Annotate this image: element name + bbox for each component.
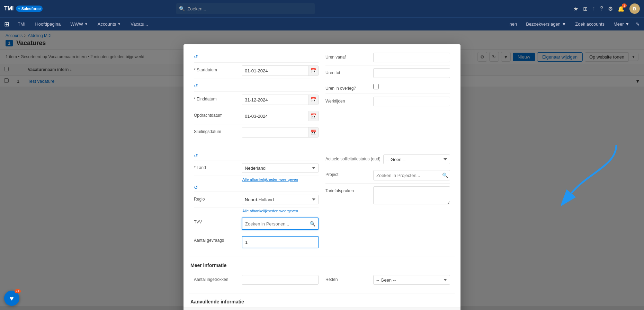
startdatum-input[interactable] (242, 66, 308, 76)
reden-control: -- Geen -- (373, 275, 450, 285)
sluitingsdatum-label: Sluitingsdatum (194, 127, 239, 134)
form-row-werktijden: Werktijden (325, 94, 450, 109)
undo-regio-icon[interactable]: ↺ (194, 185, 199, 190)
grid-icon[interactable]: ⊞ (583, 6, 588, 12)
sub-nav-vacatures[interactable]: Vacatu... (126, 19, 152, 29)
undo-startdatum-icon[interactable]: ↺ (194, 54, 199, 60)
tariefafspraken-label: Tariefafspraken (325, 186, 370, 193)
help-icon[interactable]: ? (600, 6, 603, 12)
opdrachtdatum-input-wrap[interactable]: 📅 (242, 111, 319, 121)
app-logo: TMI ♥ Salesforce (4, 6, 46, 12)
sub-nav-accounts[interactable]: Accounts ▼ (93, 19, 125, 29)
meer-left-col: Aantal ingetrokken (190, 272, 322, 287)
einddatum-cal-icon[interactable]: 📅 (308, 95, 318, 105)
notification-icon[interactable]: 🔔 1 (618, 6, 625, 12)
startdatum-cal-icon[interactable]: 📅 (308, 66, 318, 76)
tariefafspraken-textarea[interactable] (373, 186, 450, 204)
form-row-aantal: Aantal gevraagd (194, 233, 319, 251)
undo-einddatum-icon[interactable]: ↺ (194, 83, 199, 89)
form-row-uren-vanaf: Uren vanaf (325, 50, 450, 65)
sub-nav-tmi[interactable]: TMI (14, 19, 29, 29)
meer-informatie-title: Meer informatie (190, 263, 454, 268)
land-label: * Land (194, 163, 239, 170)
werktijden-label: Werktijden (325, 97, 370, 104)
undo-land-icon[interactable]: ↺ (194, 153, 199, 159)
search-input[interactable] (176, 3, 315, 14)
form-row-regio: Regio Noord-Holland Zuid-Holland Utrecht (194, 192, 319, 207)
form-row-startdatum: * Startdatum 📅 (194, 63, 319, 79)
sub-nav-www[interactable]: WWW ▼ (66, 19, 92, 29)
project-search-btn[interactable]: 🔍 (440, 170, 450, 180)
form-row-project: Project 🔍 (325, 167, 450, 184)
page-content: Accounts > Afdeling MDL 1 Vacatures 1 it… (0, 30, 644, 310)
project-search-wrap[interactable]: 🔍 (373, 170, 450, 180)
avatar[interactable]: B (629, 3, 640, 14)
row-undo-einddatum: ↺ (194, 79, 319, 92)
sub-nav-zoekaccounts[interactable]: Zoek accounts (572, 20, 607, 28)
opdrachtdatum-label: Opdrachtdatum (194, 111, 239, 118)
land-select[interactable]: Nederland België Duitsland (242, 163, 319, 173)
help-button[interactable]: ♥ 42 (4, 291, 19, 306)
favorites-icon[interactable]: ★ (573, 6, 578, 12)
uren-tot-input[interactable] (373, 68, 450, 78)
tvv-label: TVV (194, 218, 239, 224)
sub-nav-home[interactable]: Hoofdpagina (31, 19, 65, 29)
dates-section: ↺ * Startdatum 📅 (184, 44, 460, 146)
sluitingsdatum-input-wrap[interactable]: 📅 (242, 127, 319, 138)
sluitingsdatum-cal-icon[interactable]: 📅 (308, 127, 318, 137)
actuele-control: -- Geen -- (383, 154, 450, 164)
sub-nav-bezoekverslagen[interactable]: Bezoekverslagen ▼ (523, 20, 569, 28)
sluitingsdatum-input[interactable] (242, 127, 308, 137)
help-icon: ♥ (10, 294, 14, 302)
aantal-input-wrap[interactable] (242, 236, 319, 248)
werktijden-control (373, 97, 450, 106)
location-form-grid: ↺ * Land Nederland België Duitsland (190, 152, 454, 251)
meer-right-col: Reden -- Geen -- (322, 272, 454, 287)
global-search[interactable]: 🔍 (176, 3, 315, 14)
form-row-tvv: TVV 🔍 (194, 215, 319, 233)
location-section: ↺ * Land Nederland België Duitsland (184, 146, 460, 257)
uren-overleg-checkbox[interactable] (373, 84, 379, 89)
sub-nav-meer[interactable]: Meer ▼ (611, 20, 632, 28)
regio-select[interactable]: Noord-Holland Zuid-Holland Utrecht (242, 195, 319, 204)
help-badge: 42 (15, 289, 21, 293)
project-control: 🔍 (373, 170, 450, 180)
werktijden-input[interactable] (373, 97, 450, 106)
opdrachtdatum-cal-icon[interactable]: 📅 (308, 111, 318, 121)
einddatum-input[interactable] (242, 95, 308, 105)
regio-label: Regio (194, 195, 239, 202)
form-row-land: * Land Nederland België Duitsland (194, 160, 319, 176)
salesforce-label: Salesforce (21, 7, 41, 11)
land-deps-link[interactable]: Alle afhankelijkheden weergeven (242, 177, 298, 181)
ingetrokken-input[interactable] (242, 275, 319, 285)
regio-deps-link[interactable]: Alle afhankelijkheden weergeven (242, 209, 298, 213)
sub-nav-nen[interactable]: nen (507, 20, 520, 28)
reden-select[interactable]: -- Geen -- (373, 275, 450, 285)
aantal-input[interactable] (242, 237, 318, 248)
uren-vanaf-input[interactable] (373, 53, 450, 62)
tvv-search-btn[interactable]: 🔍 (307, 218, 318, 229)
app-launcher-icon[interactable]: ⊞ (4, 20, 9, 28)
modal-scroll-area[interactable]: ↺ * Startdatum 📅 (184, 44, 460, 308)
einddatum-input-wrap[interactable]: 📅 (242, 95, 319, 105)
tvv-search-input[interactable] (242, 218, 307, 229)
edit-nav-icon[interactable]: ✎ (636, 21, 640, 27)
sub-nav-accounts-label: Accounts (98, 21, 116, 27)
opdrachtdatum-input[interactable] (242, 111, 308, 121)
settings-icon[interactable]: ⚙ (608, 6, 613, 12)
upload-icon[interactable]: ↑ (592, 6, 595, 12)
sub-nav-vacatures-label: Vacatu... (131, 21, 148, 27)
help-widget: ♥ 42 (4, 291, 19, 306)
actuele-select[interactable]: -- Geen -- (383, 154, 450, 164)
project-search-input[interactable] (374, 170, 440, 180)
meer-chevron-icon: ▼ (625, 21, 629, 27)
form-row-einddatum: * Einddatum 📅 (194, 92, 319, 108)
app-name: TMI (4, 6, 14, 12)
accounts-chevron-icon: ▼ (117, 22, 121, 26)
aantal-label: Aantal gevraagd (194, 236, 239, 243)
tvv-search-wrap[interactable]: 🔍 (242, 218, 319, 230)
startdatum-input-wrap[interactable]: 📅 (242, 65, 319, 76)
row-undo-regio: ↺ (194, 183, 319, 192)
form-row-uren-overleg: Uren in overleg? (325, 81, 450, 94)
regio-control: Noord-Holland Zuid-Holland Utrecht (242, 195, 319, 204)
